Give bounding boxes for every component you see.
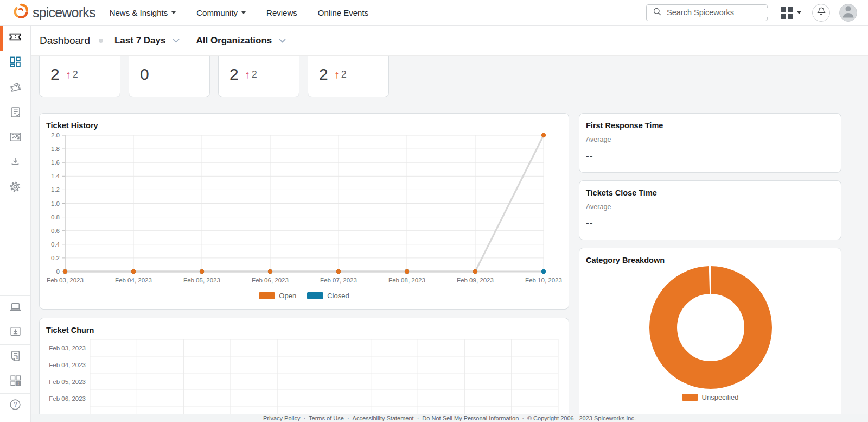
- nav-item-news-insights[interactable]: News & Insights: [110, 8, 176, 17]
- stat-value: 2: [229, 65, 239, 84]
- settings-icon: [8, 180, 22, 196]
- y-tick-label: 0.4: [51, 241, 60, 248]
- first-response-time-card: First Response Time Average --: [579, 113, 841, 173]
- sidebar-item-export[interactable]: [0, 150, 30, 175]
- devices-icon: [9, 300, 22, 316]
- footer-link-accessibility-statement[interactable]: Accessibility Statement: [353, 415, 414, 421]
- avatar[interactable]: [839, 4, 857, 22]
- organization-select[interactable]: All Organizations: [196, 35, 286, 46]
- footer-link-privacy-policy[interactable]: Privacy Policy: [263, 415, 300, 421]
- copyright-text: © Copyright 2006 - 2023 Spiceworks Inc.: [527, 415, 636, 421]
- nav-item-label: Community: [196, 8, 238, 17]
- y-tick-label: 1.6: [51, 159, 60, 166]
- category-legend: Unspecified: [579, 393, 841, 401]
- chevron-down-icon: [797, 11, 801, 14]
- ticket-churn-card: Ticket Churn Feb 03, 2023Feb 04, 2023Feb…: [39, 318, 569, 414]
- y-tick-label: 1.2: [51, 186, 60, 193]
- legend-swatch: [682, 394, 698, 401]
- top-nav-right: [646, 4, 857, 22]
- sidebar-item-help[interactable]: ?: [0, 393, 30, 418]
- brand[interactable]: spiceworks: [12, 2, 95, 23]
- sidebar-item-reports[interactable]: [0, 125, 30, 150]
- ticket-churn-chart: Feb 03, 2023Feb 04, 2023Feb 05, 2023Feb …: [40, 318, 570, 414]
- notifications-button[interactable]: [812, 4, 830, 22]
- nav-item-online-events[interactable]: Online Events: [318, 8, 368, 17]
- card-title: Ticket History: [46, 121, 98, 130]
- sidebar-item-billing[interactable]: $: [0, 344, 30, 369]
- footer-separator: ·: [347, 415, 349, 421]
- trend-value: 2: [341, 69, 347, 80]
- chevron-down-icon: [171, 11, 176, 14]
- y-tick-label: 0.6: [51, 228, 60, 234]
- legend-item-open: Open: [259, 292, 296, 300]
- stat-card-4[interactable]: 2↑2: [308, 56, 389, 97]
- search-box[interactable]: [646, 4, 768, 21]
- footer-link-do-not-sell-my-personal-information[interactable]: Do Not Sell My Personal Information: [422, 415, 519, 421]
- person-icon: [840, 4, 857, 21]
- y-tick-label: 0.8: [51, 214, 60, 221]
- x-tick-label: Feb 05, 2023: [183, 277, 220, 284]
- stat-card-2[interactable]: 0: [129, 56, 210, 97]
- sidebar-item-devices[interactable]: [0, 295, 30, 320]
- app-sidebar: $!?: [0, 26, 31, 422]
- stat-card-3[interactable]: 2↑2: [218, 56, 299, 97]
- spiceworks-logo-icon: [12, 2, 30, 23]
- chevron-down-icon: [279, 39, 286, 43]
- metric-value: --: [586, 218, 593, 229]
- footer: Privacy Policy·Terms of Use·Accessibilit…: [31, 414, 868, 422]
- sidebar-item-tickets[interactable]: [0, 26, 30, 51]
- metric-value: --: [586, 150, 593, 161]
- billing-icon: $: [9, 349, 22, 365]
- x-tick-label: Feb 06, 2023: [252, 277, 289, 284]
- dashboard-toolbar: Dashboard Last 7 Days All Organizations: [31, 26, 868, 56]
- sidebar-item-downloads[interactable]: [0, 320, 30, 344]
- category-breakdown-card: Category Breakdown Unspecified: [579, 248, 841, 414]
- downloads-icon: [9, 325, 22, 341]
- x-tick-label: Feb 03, 2023: [47, 277, 84, 284]
- apps-menu-button[interactable]: [781, 7, 801, 19]
- trend-value: 2: [73, 69, 78, 80]
- sidebar-item-settings[interactable]: [0, 175, 30, 200]
- y-tick-label: 2.0: [51, 132, 60, 138]
- sidebar-item-dashboard[interactable]: [0, 51, 30, 75]
- top-nav: spiceworks News & InsightsCommunityRevie…: [0, 0, 868, 26]
- dashboard-content: 2↑202↑22↑2 Ticket History 00.20.40.60.81…: [31, 56, 868, 414]
- sidebar-top-group: [0, 26, 30, 200]
- nav-item-label: Reviews: [266, 8, 297, 17]
- footer-separator: ·: [522, 415, 524, 421]
- x-tick-label: Feb 07, 2023: [320, 277, 357, 284]
- footer-separator: ·: [417, 415, 419, 421]
- x-tick-label: Feb 08, 2023: [388, 277, 425, 284]
- ticket-history-card: Ticket History 00.20.40.60.81.01.21.41.6…: [39, 113, 569, 310]
- legend-swatch: [259, 292, 275, 299]
- sidebar-item-ticket-stack[interactable]: [0, 75, 30, 100]
- y-tick-label: 1.4: [51, 173, 60, 179]
- stat-value-row: 2↑2: [229, 65, 257, 84]
- legend-label: Unspecified: [702, 393, 739, 401]
- stat-value-row: 0: [140, 65, 149, 84]
- trend-up-icon: ↑: [334, 68, 340, 81]
- search-input[interactable]: [667, 8, 768, 17]
- brand-name: spiceworks: [33, 5, 95, 21]
- nav-item-community[interactable]: Community: [196, 8, 246, 17]
- help-icon: ?: [8, 398, 22, 414]
- nav-item-label: Online Events: [318, 8, 368, 17]
- nav-item-reviews[interactable]: Reviews: [266, 8, 297, 17]
- bell-icon: [815, 5, 827, 20]
- x-tick-label: Feb 10, 2023: [525, 277, 562, 284]
- ticket-history-legend: OpenClosed: [40, 292, 569, 300]
- footer-link-terms-of-use[interactable]: Terms of Use: [309, 415, 344, 421]
- sidebar-item-task-list[interactable]: [0, 100, 30, 125]
- stat-card-1[interactable]: 2↑2: [39, 56, 120, 97]
- date-range-select[interactable]: Last 7 Days: [114, 35, 180, 46]
- x-tick-label: Feb 09, 2023: [457, 277, 494, 284]
- nav-item-label: News & Insights: [110, 8, 168, 17]
- trend-value: 2: [252, 69, 257, 80]
- stat-value-row: 2↑2: [319, 65, 347, 84]
- ticket-history-chart: 00.20.40.60.81.01.21.41.61.82.0Feb 03, 2…: [40, 132, 570, 289]
- y-tick-label: 0: [56, 268, 60, 275]
- stat-value: 2: [319, 65, 328, 84]
- sidebar-item-apps-alert[interactable]: !: [0, 369, 30, 393]
- apps-alert-icon: !: [9, 374, 22, 389]
- tickets-close-time-card: Tickets Close Time Average --: [579, 180, 841, 240]
